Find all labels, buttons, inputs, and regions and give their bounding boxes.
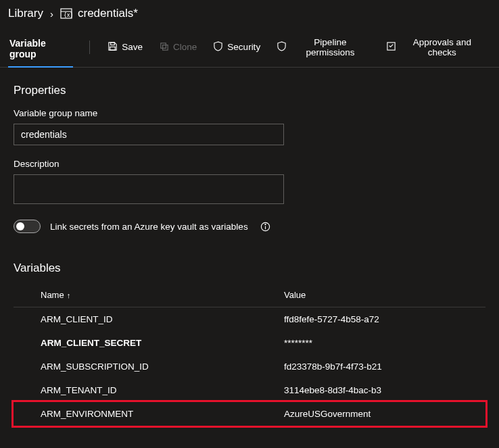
variable-value: fd23378b-9b7f-4f73-b21 xyxy=(284,362,485,372)
variable-name: ARM_ENVIRONMENT xyxy=(41,409,284,419)
variable-name: ARM_SUBSCRIPTION_ID xyxy=(41,362,284,372)
variables-table: Name ↑ Value ARM_CLIENT_ID ffd8fefe-5727… xyxy=(14,290,485,428)
checklist-icon xyxy=(386,41,396,53)
sort-ascending-icon: ↑ xyxy=(67,291,71,299)
security-button[interactable]: Security xyxy=(206,37,267,57)
variable-value: ******** xyxy=(284,338,485,348)
pipeline-permissions-label: Pipeline permissions xyxy=(291,37,370,57)
save-icon xyxy=(108,41,118,53)
svg-text:{x}: {x} xyxy=(64,12,72,18)
link-secrets-toggle[interactable] xyxy=(14,220,41,233)
variable-value: ffd8fefe-5727-4b58-a72 xyxy=(284,314,485,324)
tab-variable-group[interactable]: Variable group xyxy=(8,32,73,68)
clone-button[interactable]: Clone xyxy=(152,37,204,57)
variable-name: ARM_CLIENT_SECRET xyxy=(41,338,284,348)
column-value[interactable]: Value xyxy=(284,290,485,300)
description-label: Description xyxy=(14,159,485,169)
save-label: Save xyxy=(122,42,143,52)
table-row[interactable]: ARM_TENANT_ID 3114ebe8-8d3f-4bac-b3 xyxy=(14,378,485,402)
approvals-label: Approvals and checks xyxy=(400,37,484,57)
save-button[interactable]: Save xyxy=(101,37,149,57)
properties-heading: Properties xyxy=(14,84,485,97)
variable-group-icon: {x} xyxy=(60,7,72,20)
shield-icon xyxy=(277,41,287,53)
description-input[interactable] xyxy=(14,174,284,204)
breadcrumb: Library › {x} credentials* xyxy=(0,0,499,32)
toolbar: Variable group Save Clone Security xyxy=(0,32,499,68)
chevron-right-icon: › xyxy=(50,8,53,20)
breadcrumb-title: credentials* xyxy=(78,7,138,20)
breadcrumb-library[interactable]: Library xyxy=(8,7,43,20)
variable-name: ARM_TENANT_ID xyxy=(41,385,284,395)
name-label: Variable group name xyxy=(14,108,485,118)
info-icon[interactable] xyxy=(260,222,270,232)
approvals-button[interactable]: Approvals and checks xyxy=(379,33,491,61)
toggle-knob xyxy=(16,222,24,230)
variable-name: ARM_CLIENT_ID xyxy=(41,314,284,324)
column-name[interactable]: Name ↑ xyxy=(41,290,284,300)
table-header: Name ↑ Value xyxy=(14,290,485,307)
pipeline-permissions-button[interactable]: Pipeline permissions xyxy=(270,33,377,61)
link-secrets-label: Link secrets from an Azure key vault as … xyxy=(50,222,248,232)
svg-rect-3 xyxy=(111,42,115,45)
svg-rect-5 xyxy=(161,43,166,48)
table-row[interactable]: ARM_CLIENT_ID ffd8fefe-5727-4b58-a72 xyxy=(14,307,485,331)
table-row-highlighted[interactable]: ARM_ENVIRONMENT AzureUSGovernment xyxy=(11,400,488,428)
clone-label: Clone xyxy=(173,42,197,52)
svg-rect-6 xyxy=(163,45,168,50)
divider xyxy=(89,41,90,54)
table-row[interactable]: ARM_CLIENT_SECRET ******** xyxy=(14,331,485,355)
shield-icon xyxy=(213,41,223,53)
variable-value: AzureUSGovernment xyxy=(284,409,485,419)
clone-icon xyxy=(159,41,169,53)
svg-rect-4 xyxy=(110,47,116,50)
breadcrumb-current: {x} credentials* xyxy=(60,7,138,20)
name-input[interactable] xyxy=(14,124,284,145)
table-row[interactable]: ARM_SUBSCRIPTION_ID fd23378b-9b7f-4f73-b… xyxy=(14,355,485,378)
variable-value: 3114ebe8-8d3f-4bac-b3 xyxy=(284,385,485,395)
variables-heading: Variables xyxy=(14,262,485,275)
security-label: Security xyxy=(227,42,260,52)
svg-point-10 xyxy=(265,224,266,224)
